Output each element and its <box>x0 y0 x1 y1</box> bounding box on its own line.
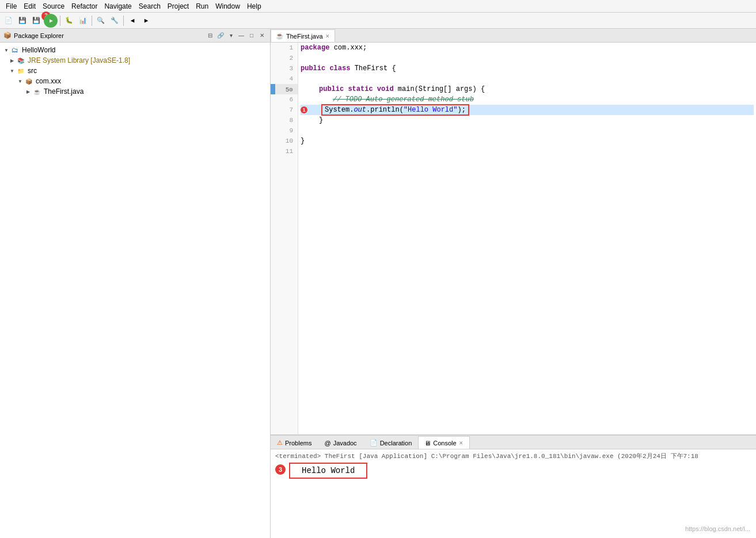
kw-package: package <box>301 44 329 52</box>
menu-window[interactable]: Window <box>212 1 244 12</box>
helloworld-arrow: ▼ <box>2 48 10 53</box>
sidebar-menu-button[interactable]: ▾ <box>226 31 235 40</box>
problems-icon: ⚠ <box>277 439 283 447</box>
brace-8: } <box>319 116 323 124</box>
separator-2 <box>92 16 92 26</box>
line-num-3: 3 <box>275 63 298 74</box>
tab-console[interactable]: 🖥 Console ✕ <box>418 436 469 449</box>
debug-button[interactable]: 🐛 <box>63 14 75 27</box>
line-num-4: 4 <box>275 74 298 84</box>
link-editor-button[interactable]: 🔗 <box>216 31 225 40</box>
method-indicator <box>271 84 275 94</box>
menu-search[interactable]: Search <box>135 1 164 12</box>
tab-javadoc[interactable]: @ Javadoc <box>318 436 363 449</box>
project-icon: 🗂 <box>10 45 20 55</box>
right-panel: ☕ TheFirst.java ✕ <box>271 29 756 538</box>
package-explorer-icon: 📦 <box>3 32 12 39</box>
menu-file[interactable]: File <box>2 1 20 12</box>
brace-10: } <box>301 137 305 145</box>
tab-close-button[interactable]: ✕ <box>325 33 330 39</box>
next-button[interactable]: ▶ <box>140 14 153 27</box>
menu-edit[interactable]: Edit <box>20 1 39 12</box>
kw-void: void <box>377 85 394 93</box>
tree-item-jre[interactable]: ▶ 📚 JRE System Library [JavaSE-1.8] <box>0 55 270 66</box>
sidebar: 📦 Package Explorer ⊟ 🔗 ▾ — □ ✕ ▼ 🗂 Hello… <box>0 29 271 538</box>
menu-run[interactable]: Run <box>192 1 212 12</box>
sidebar-title-wrap: 📦 Package Explorer <box>3 32 64 39</box>
code-line-5: public static void main(String[] args) { <box>301 84 754 94</box>
tab-problems[interactable]: ⚠ Problems <box>271 436 318 449</box>
new-button[interactable]: 📄 <box>2 14 15 27</box>
menu-help[interactable]: Help <box>244 1 265 12</box>
javadoc-label: Javadoc <box>333 440 357 447</box>
minimize-sidebar-button[interactable]: — <box>237 31 246 40</box>
menu-bar: File Edit Source Refactor Navigate Searc… <box>0 0 756 13</box>
tree-item-thefirst[interactable]: ▶ ☕ TheFirst.java <box>0 86 270 97</box>
paren-close: ); <box>457 106 465 114</box>
package-explorer-tree: ▼ 🗂 HelloWorld ▶ 📚 JRE System Library [J… <box>0 43 270 538</box>
line-num-7: 7 <box>275 105 298 115</box>
code-line-1: package com.xxx; <box>301 43 754 53</box>
kw-static: static <box>348 85 373 93</box>
search-button[interactable]: 🔍 <box>94 14 107 27</box>
collapse-all-button[interactable]: ⊟ <box>206 31 215 40</box>
comxxx-arrow: ▼ <box>16 79 24 84</box>
menu-refactor[interactable]: Refactor <box>68 1 101 12</box>
code-editor[interactable]: 1 2 3 4 5⊙ 6 7 8 9 10 11 package com.x <box>271 43 756 434</box>
separator-3 <box>123 16 124 26</box>
tree-item-src[interactable]: ▼ 📁 src <box>0 66 270 76</box>
helloworld-label: HelloWorld <box>22 46 55 54</box>
editor-tab-thefirst[interactable]: ☕ TheFirst.java ✕ <box>271 29 335 42</box>
maximize-sidebar-button[interactable]: □ <box>247 31 256 40</box>
refactor-button[interactable]: 🔧 <box>108 14 121 27</box>
comxxx-label: com.xxx <box>36 77 61 85</box>
line-num-10: 10 <box>275 136 298 146</box>
tree-item-comxxx[interactable]: ▼ 📦 com.xxx <box>0 76 270 86</box>
console-label: Console <box>433 440 456 447</box>
line-num-8: 8 <box>275 115 298 125</box>
menu-source[interactable]: Source <box>39 1 68 12</box>
system-text: System. <box>325 106 354 114</box>
console-terminated-text: <terminated> TheFirst [Java Application]… <box>275 452 751 460</box>
tab-label: TheFirst.java <box>286 33 323 40</box>
code-area[interactable]: package com.xxx; public class TheFirst {… <box>298 43 756 434</box>
jre-arrow: ▶ <box>8 58 16 63</box>
toolbar: 📄 💾 💾 2 🐛 📊 🔍 🔧 ◀ ▶ <box>0 13 756 29</box>
declaration-icon: 📄 <box>370 439 378 447</box>
class-name: TheFirst { <box>355 64 396 73</box>
bottom-tabs: ⚠ Problems @ Javadoc 📄 Declaration 🖥 Con… <box>271 436 756 449</box>
sidebar-header-icons: ⊟ 🔗 ▾ — □ ✕ <box>206 31 267 40</box>
menu-navigate[interactable]: Navigate <box>101 1 135 12</box>
console-tab-close[interactable]: ✕ <box>459 440 464 446</box>
close-sidebar-button[interactable]: ✕ <box>257 31 267 40</box>
line-num-9: 9 <box>275 125 298 136</box>
sidebar-title: Package Explorer <box>14 32 64 39</box>
prev-button[interactable]: ◀ <box>126 14 139 27</box>
console-step-badge: 3 <box>275 464 286 475</box>
line-num-6: 6 <box>275 94 298 105</box>
code-line-9 <box>301 125 754 136</box>
menu-project[interactable]: Project <box>164 1 192 12</box>
bottom-panel: ⚠ Problems @ Javadoc 📄 Declaration 🖥 Con… <box>271 434 756 538</box>
breakpoint-dot: 1 <box>301 106 307 113</box>
tree-item-helloworld[interactable]: ▼ 🗂 HelloWorld <box>0 45 270 55</box>
save-button[interactable]: 💾 <box>16 14 29 27</box>
code-line-11 <box>301 146 754 157</box>
watermark: https://blog.csdn.net/l... <box>685 525 750 532</box>
src-label: src <box>28 67 37 75</box>
line-num-1: 1 <box>275 43 298 53</box>
tab-declaration[interactable]: 📄 Declaration <box>363 436 419 449</box>
profile-button[interactable]: 📊 <box>77 14 89 27</box>
jre-label: JRE System Library [JavaSE-1.8] <box>28 56 130 64</box>
declaration-label: Declaration <box>380 440 412 447</box>
save-all-button[interactable]: 💾 <box>30 14 43 27</box>
println-text: .println( <box>366 106 404 114</box>
jre-icon: 📚 <box>16 56 25 65</box>
run-button[interactable] <box>44 14 58 28</box>
thefirst-arrow: ▶ <box>24 89 32 94</box>
editor-content: 1 2 3 4 5⊙ 6 7 8 9 10 11 package com.x <box>271 43 756 434</box>
hello-world-output: Hello World <box>302 466 355 475</box>
separator-1 <box>60 16 60 26</box>
sidebar-header: 📦 Package Explorer ⊟ 🔗 ▾ — □ ✕ <box>0 29 270 43</box>
code-line-8: } <box>301 115 754 125</box>
